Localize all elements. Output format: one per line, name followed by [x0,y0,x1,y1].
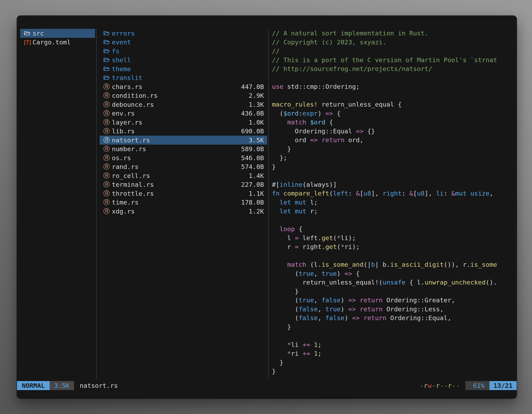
file-size-chip: 3.5K [50,381,74,390]
rust-icon: Ⓡ [103,128,111,135]
item-label: terminal.rs [112,181,154,188]
yazi-window: src[T]Cargo.toml errorseventfsshelltheme… [17,16,517,398]
file-row-natsort.rs[interactable]: Ⓡnatsort.rs3.5K [100,136,267,144]
folder-row-fs[interactable]: fs [100,47,267,56]
code-line: match $ord { [272,118,515,127]
code-line: loop { [272,225,515,234]
rust-icon: Ⓡ [103,208,111,215]
file-size: 1.2K [249,208,264,215]
code-line: return_unless_equal!(unsafe { l.unwrap_u… [272,278,515,287]
code-line: #[inline(always)] [272,180,515,189]
code-line: // [272,47,515,56]
parent-pane: src[T]Cargo.toml [20,29,95,47]
item-label: env.rs [112,110,135,117]
status-bar: NORMAL 3.5K natsort.rs -rw-r--r-- 61% 13… [17,381,517,390]
file-row-layer.rs[interactable]: Ⓡlayer.rs1.0K [100,118,267,127]
code-line: *ri += 1; [272,349,515,358]
pane-divider-left [96,29,97,379]
folder-row-shell[interactable]: shell [100,56,267,65]
toml-icon: [T] [23,39,31,46]
file-row-ro_cell.rs[interactable]: Ⓡro_cell.rs1.4K [100,171,267,180]
file-size: 1.0K [249,119,264,126]
folder-open-icon [103,57,111,63]
item-label: debounce.rs [112,101,154,108]
file-row-throttle.rs[interactable]: Ⓡthrottle.rs1.1K [100,189,267,198]
file-size: 178.0B [241,199,264,206]
parent-item-src[interactable]: src [20,29,95,38]
folder-open-icon [23,30,31,37]
code-line: ord => return ord, [272,136,515,144]
folder-row-theme[interactable]: theme [100,64,267,73]
item-label: chars.rs [112,83,142,90]
folder-row-translit[interactable]: translit [100,73,267,82]
code-line: fn compare_left(left: &[u8], right: &[u8… [272,189,515,198]
file-row-chars.rs[interactable]: Ⓡchars.rs447.0B [100,82,267,91]
rust-icon: Ⓡ [103,110,111,117]
code-line: } [272,367,515,376]
code-line: macro_rules! return_unless_equal { [272,100,515,109]
file-row-debounce.rs[interactable]: Ⓡdebounce.rs1.3K [100,100,267,109]
file-size: 1.4K [249,172,264,179]
file-size: 690.0B [241,127,264,135]
code-line [272,331,515,340]
rust-icon: Ⓡ [103,119,111,126]
code-line: Ordering::Equal => {} [272,127,515,136]
file-row-terminal.rs[interactable]: Ⓡterminal.rs227.0B [100,180,267,189]
code-line: } [272,163,515,171]
folder-open-icon [103,74,111,81]
code-line [272,91,515,100]
rust-icon: Ⓡ [103,172,111,179]
code-line: *li += 1; [272,340,515,349]
folder-row-errors[interactable]: errors [100,29,267,38]
rust-icon: Ⓡ [103,190,111,197]
code-line: let mut r; [272,207,515,216]
code-line: (true, false) => return Ordering::Greate… [272,296,515,305]
folder-row-event[interactable]: event [100,38,267,47]
item-label: xdg.rs [112,208,135,215]
cursor-position-chip: 13/21 [489,381,517,390]
item-label: rand.rs [112,163,139,170]
item-label: translit [112,74,142,81]
code-line: // This is a port of the C version of Ma… [272,56,515,65]
file-size: 2.9K [249,92,264,99]
item-label: fs [112,48,119,55]
code-line: (false, true) => return Ordering::Less, [272,305,515,314]
file-size: 436.0B [241,110,264,117]
file-row-time.rs[interactable]: Ⓡtime.rs178.0B [100,198,267,207]
pane-divider-right [268,29,269,379]
folder-open-icon [103,66,111,72]
parent-item-Cargo.toml[interactable]: [T]Cargo.toml [20,38,95,47]
item-label: natsort.rs [112,136,150,144]
preview-pane: // A natural sort implementation in Rust… [272,29,515,376]
status-spacer [118,381,420,390]
code-line: r = right.get(*ri); [272,242,515,251]
code-line: use std::cmp::Ordering; [272,82,515,91]
code-line: } [272,358,515,367]
code-line: // Copyright (c) 2023, sxyazi. [272,38,515,47]
code-line: match (l.is_some_and(|b| b.is_ascii_digi… [272,260,515,269]
file-row-xdg.rs[interactable]: Ⓡxdg.rs1.2K [100,207,267,216]
code-line: ($ord:expr) => { [272,109,515,118]
file-row-lib.rs[interactable]: Ⓡlib.rs690.0B [100,127,267,136]
current-pane: errorseventfsshellthemetranslitⓇchars.rs… [100,29,267,216]
folder-open-icon [103,30,111,37]
file-row-rand.rs[interactable]: Ⓡrand.rs574.0B [100,163,267,171]
file-size: 1.1K [249,190,264,197]
code-line: } [272,144,515,154]
file-size: 447.0B [241,83,264,90]
file-size: 546.0B [241,154,264,162]
file-row-env.rs[interactable]: Ⓡenv.rs436.0B [100,109,267,118]
file-size: 589.0B [241,145,264,153]
rust-icon: Ⓡ [103,92,111,99]
file-row-os.rs[interactable]: Ⓡos.rs546.0B [100,154,267,163]
rust-icon: Ⓡ [103,145,111,152]
code-line: } [272,287,515,296]
item-label: theme [112,65,131,73]
code-line: // http://sourcefrog.net/projects/natsor… [272,64,515,73]
item-label: src [32,30,44,37]
code-line [272,251,515,260]
code-line: (true, true) => { [272,269,515,278]
code-line: } [272,323,515,332]
file-row-number.rs[interactable]: Ⓡnumber.rs589.0B [100,144,267,154]
file-row-condition.rs[interactable]: Ⓡcondition.rs2.9K [100,91,267,100]
